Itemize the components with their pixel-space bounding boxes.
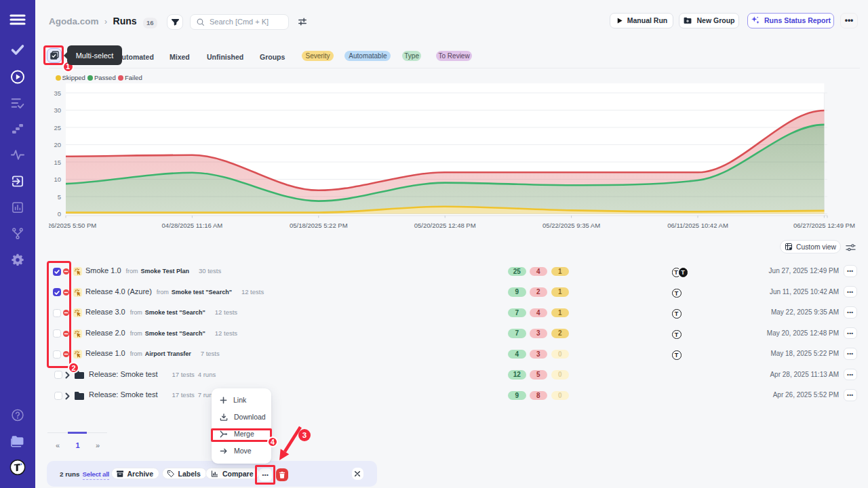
svg-text:04/28/2025 11:16 AM: 04/28/2025 11:16 AM — [162, 222, 223, 228]
svg-text:04/26/2025 5:50 PM: 04/26/2025 5:50 PM — [49, 222, 96, 228]
svg-text:0: 0 — [58, 210, 61, 218]
svg-text:05/20/2025 12:48 PM: 05/20/2025 12:48 PM — [414, 222, 476, 228]
svg-text:05/22/2025 9:35 AM: 05/22/2025 9:35 AM — [542, 222, 600, 228]
svg-text:15: 15 — [54, 159, 61, 166]
svg-text:06/11/2025 10:42 AM: 06/11/2025 10:42 AM — [667, 222, 728, 228]
svg-text:35: 35 — [54, 89, 61, 97]
svg-text:30: 30 — [54, 106, 61, 114]
svg-text:20: 20 — [54, 141, 61, 148]
svg-text:10: 10 — [54, 176, 61, 183]
svg-text:5: 5 — [58, 193, 61, 201]
svg-text:05/18/2025 5:22 PM: 05/18/2025 5:22 PM — [290, 222, 348, 228]
svg-text:06/27/2025 12:49 PM: 06/27/2025 12:49 PM — [793, 222, 855, 228]
svg-text:25: 25 — [54, 124, 61, 131]
